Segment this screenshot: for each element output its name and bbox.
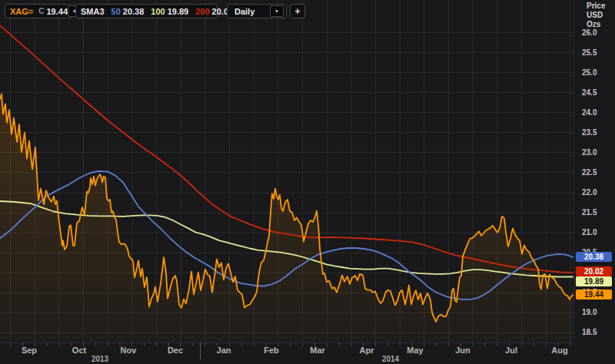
- sma-panel[interactable]: SMA3 50 20.38 100 19.89 200 20.02 ▼: [75, 4, 218, 18]
- interval-select[interactable]: Daily ▼: [227, 4, 287, 18]
- year-label: 2014: [382, 355, 400, 363]
- sma100-value: 19.89: [168, 7, 189, 16]
- price-tick-label: 21.5: [582, 208, 597, 217]
- month-label: Jun: [455, 346, 470, 355]
- chevron-down-icon: ▼: [274, 8, 279, 14]
- price-tick-label: 19.0: [582, 308, 597, 316]
- add-chart-button[interactable]: +: [290, 4, 305, 18]
- sma-label: SMA3: [81, 7, 105, 16]
- month-label: Jul: [505, 346, 517, 355]
- sma100-period: 100: [151, 7, 165, 16]
- price-tick-label: 21.0: [582, 228, 597, 237]
- price-tick-label: 26.0: [582, 28, 597, 37]
- price-tick-label: 22.5: [582, 168, 597, 177]
- chart-window: SepOctNovDecJanFebMarAprMayJunJulAug2013…: [0, 0, 615, 364]
- month-label: Mar: [310, 346, 325, 355]
- month-label: Sep: [22, 346, 37, 355]
- axis-badge-sma50: 20.38: [576, 252, 612, 262]
- month-label: Oct: [72, 346, 87, 355]
- axis-badge-price: 19.44: [576, 290, 612, 299]
- price-tick-label: 24.0: [582, 108, 597, 117]
- axis-badge-sma200: 20.02: [576, 266, 612, 276]
- price-tick-label: 25.5: [582, 48, 597, 57]
- month-label: Jan: [217, 346, 231, 355]
- month-label: Apr: [360, 346, 375, 355]
- toolbar: XAG= C 19.44 ▼ SMA3 50 20.38 100 19.89 2…: [0, 0, 615, 22]
- price-tick-label: 23.0: [582, 148, 597, 157]
- price-tick-label: 18.5: [582, 328, 597, 336]
- price-tick-label: 23.5: [582, 128, 597, 137]
- interval-value: Daily: [234, 7, 254, 16]
- plus-icon: +: [294, 5, 301, 17]
- sma50-period: 50: [111, 7, 121, 16]
- sma50-value: 20.38: [123, 7, 145, 16]
- symbol-label: XAG=: [10, 7, 33, 16]
- month-label: Aug: [551, 346, 567, 355]
- month-label: Nov: [121, 346, 138, 355]
- price-tick-label: 22.0: [582, 188, 597, 197]
- axis-badge-sma100: 19.89: [576, 276, 612, 286]
- price-tick-label: 24.5: [582, 88, 597, 97]
- month-label: May: [407, 346, 424, 355]
- price-tick-label: 25.0: [582, 68, 597, 77]
- interval-dropdown-button[interactable]: ▼: [270, 5, 284, 17]
- symbol-panel[interactable]: XAG= C 19.44 ▼: [5, 4, 72, 18]
- year-label: 2013: [91, 355, 109, 363]
- month-label: Feb: [264, 346, 279, 355]
- close-field-label: C: [38, 7, 44, 15]
- sma200-period: 200: [195, 7, 209, 16]
- close-value: 19.44: [47, 7, 68, 16]
- month-label: Dec: [168, 346, 183, 355]
- price-chart[interactable]: SepOctNovDecJanFebMarAprMayJunJulAug2013…: [0, 0, 615, 364]
